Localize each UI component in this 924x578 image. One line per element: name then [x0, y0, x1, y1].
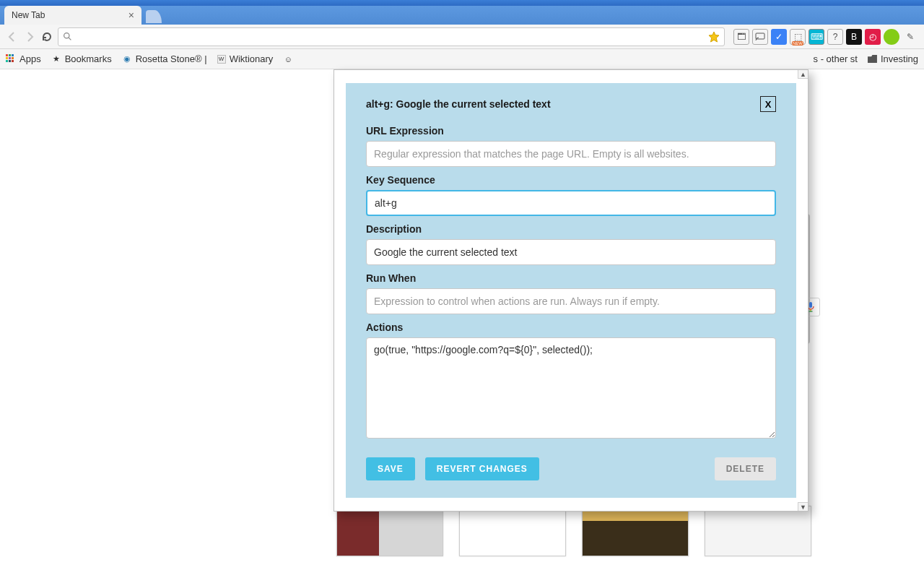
label-actions: Actions: [366, 322, 776, 333]
site-thumbnail[interactable]: [336, 506, 443, 556]
site-thumbnail[interactable]: [459, 506, 566, 556]
tab-title: New Tab: [12, 10, 45, 20]
window-titlebar: [0, 0, 924, 6]
actions-textarea[interactable]: [366, 337, 776, 439]
extension-icon[interactable]: ◴: [865, 29, 881, 45]
extension-icon[interactable]: ⬚: [790, 29, 806, 45]
popup-title: alt+g: Google the current selected text: [366, 98, 551, 110]
revert-button[interactable]: REVERT CHANGES: [425, 457, 539, 480]
bookmark-label: Rosetta Stone® |: [136, 53, 207, 64]
svg-rect-3: [809, 302, 812, 308]
bookmark-item[interactable]: ◉ Rosetta Stone® |: [122, 53, 207, 64]
site-thumbnail[interactable]: [705, 506, 811, 556]
omnibox[interactable]: [77, 31, 701, 42]
extension-icon[interactable]: 🗔: [733, 29, 749, 45]
extension-popup: ▲ ▼ alt+g: Google the current selected t…: [334, 69, 808, 512]
label-run-when: Run When: [366, 272, 776, 284]
bookmark-folder[interactable]: Investing: [868, 53, 918, 64]
button-row: SAVE REVERT CHANGES DELETE: [366, 457, 776, 480]
omnibox-container[interactable]: [58, 27, 725, 46]
description-input[interactable]: [366, 239, 776, 265]
most-visited-thumbnails: [336, 506, 811, 556]
svg-line-1: [69, 38, 71, 40]
eyedropper-icon[interactable]: ✎: [902, 29, 918, 45]
scroll-down-button[interactable]: ▼: [798, 502, 808, 511]
apps-icon: [6, 54, 16, 64]
bookmark-label: Investing: [881, 53, 918, 64]
new-tab-button[interactable]: [146, 10, 162, 23]
favicon: W: [217, 55, 226, 64]
bookmark-label: s - other st: [814, 53, 858, 64]
extension-icon[interactable]: ✓: [771, 29, 787, 45]
extension-icon[interactable]: B: [846, 29, 862, 45]
bookmarks-bar: Apps ★ Bookmarks ◉ Rosetta Stone® | W Wi…: [0, 49, 924, 69]
key-sequence-input[interactable]: [366, 190, 776, 216]
bookmark-item[interactable]: ☺: [283, 54, 293, 64]
close-button[interactable]: X: [760, 96, 776, 112]
bookmark-label: Wiktionary: [230, 53, 274, 64]
extension-icon-active[interactable]: ⌨: [808, 29, 824, 45]
browser-tab[interactable]: New Tab ×: [4, 6, 141, 25]
folder-icon: [868, 55, 877, 63]
save-button[interactable]: SAVE: [366, 457, 415, 480]
bookmark-item[interactable]: ★ Bookmarks: [51, 53, 112, 64]
label-description: Description: [366, 223, 776, 235]
extension-icons: 🗔 ✓ ⬚ ⌨ ? B ◴ ✎: [733, 29, 918, 45]
tab-strip: New Tab ×: [0, 6, 924, 25]
apps-button[interactable]: Apps: [6, 53, 41, 64]
scroll-up-button[interactable]: ▲: [798, 70, 808, 79]
extension-icon[interactable]: [884, 29, 899, 45]
svg-point-0: [64, 33, 69, 38]
toolbar: 🗔 ✓ ⬚ ⌨ ? B ◴ ✎: [0, 25, 924, 49]
favicon: ◉: [122, 54, 132, 64]
apps-label: Apps: [19, 53, 41, 64]
back-button[interactable]: [6, 30, 19, 43]
bookmark-star-icon[interactable]: [708, 31, 720, 43]
reload-button[interactable]: [40, 30, 53, 43]
favicon: ☺: [283, 54, 293, 64]
site-thumbnail[interactable]: [582, 506, 689, 556]
search-icon: [63, 32, 72, 41]
label-key-sequence: Key Sequence: [366, 174, 776, 186]
forward-button[interactable]: [23, 30, 36, 43]
run-when-input[interactable]: [366, 288, 776, 314]
popup-panel: alt+g: Google the current selected text …: [346, 83, 796, 498]
url-expression-input[interactable]: [366, 141, 776, 167]
star-icon: ★: [51, 54, 61, 64]
bookmark-label: Bookmarks: [65, 53, 112, 64]
label-url-expression: URL Expression: [366, 125, 776, 137]
cast-icon[interactable]: [752, 29, 768, 45]
extension-icon[interactable]: ?: [827, 29, 843, 45]
delete-button[interactable]: DELETE: [715, 457, 776, 480]
page-content: ▲ ▼ alt+g: Google the current selected t…: [0, 69, 924, 578]
bookmark-item[interactable]: s - other st: [814, 53, 858, 64]
close-icon[interactable]: ×: [128, 9, 134, 21]
bookmark-item[interactable]: W Wiktionary: [217, 53, 274, 64]
